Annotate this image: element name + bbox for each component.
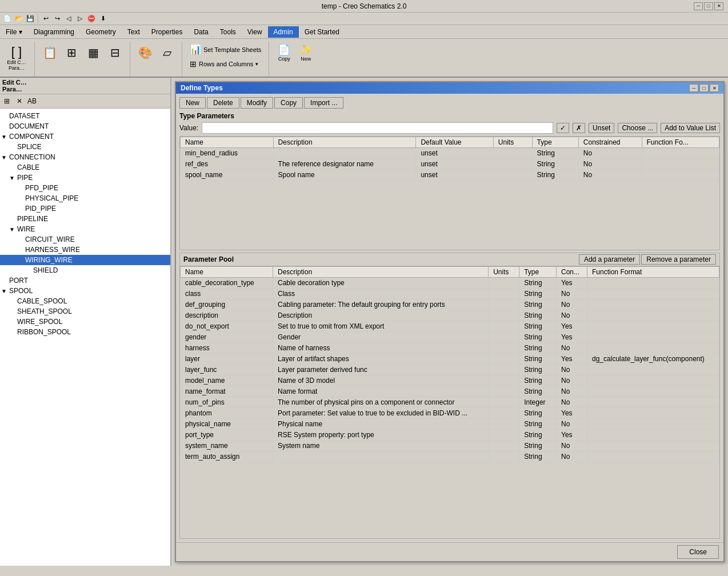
list-item[interactable]: num_of_pins The number of physical pins …: [181, 397, 719, 408]
list-item[interactable]: def_grouping Cabling parameter: The defa…: [181, 299, 719, 310]
tree-item[interactable]: SHIELD: [0, 265, 170, 275]
tree-item[interactable]: PID_PIPE: [0, 203, 170, 214]
tree-item[interactable]: CABLE_SPOOL: [0, 296, 170, 306]
tree-item[interactable]: CABLE: [0, 162, 170, 173]
x-btn[interactable]: ✗: [573, 123, 585, 133]
dialog-body: New Delete Modify Copy Import ... Type P…: [176, 94, 723, 542]
menu-text[interactable]: Text: [122, 26, 146, 38]
menu-file[interactable]: File ▾: [0, 26, 28, 38]
forward-btn[interactable]: ▷: [75, 14, 85, 24]
ribbon-icon-btn-2[interactable]: ⊞: [61, 42, 82, 63]
menu-properties[interactable]: Properties: [146, 26, 189, 38]
list-item[interactable]: port_type RSE System property: port type…: [181, 430, 719, 441]
modify-type-btn[interactable]: Modify: [241, 97, 273, 109]
tree-item[interactable]: ▼SPOOL: [0, 286, 170, 296]
set-template-btn[interactable]: 📊 Set Template Sheets: [187, 42, 264, 57]
stop-btn[interactable]: ⛔: [86, 14, 97, 24]
left-tool-3[interactable]: AB: [26, 95, 38, 107]
save-btn[interactable]: 💾: [25, 14, 35, 24]
tree-item[interactable]: ▼PIPE: [0, 173, 170, 183]
undo-btn[interactable]: ↩: [41, 14, 51, 24]
menu-diagramming[interactable]: Diagramming: [28, 26, 80, 38]
tree-item-label: SPOOL: [9, 287, 33, 295]
main-area: Edit C…Para… ⊞ ✕ AB DATASETDOCUMENT▼COMP…: [0, 78, 728, 566]
list-item[interactable]: system_name System name String No: [181, 441, 719, 451]
unset-btn[interactable]: Unset: [589, 123, 614, 133]
tree-item[interactable]: WIRE_SPOOL: [0, 317, 170, 327]
maximize-btn[interactable]: □: [704, 2, 713, 10]
tree-item[interactable]: PORT: [0, 275, 170, 286]
tree-item[interactable]: DATASET: [0, 111, 170, 121]
menu-admin[interactable]: Admin: [268, 26, 299, 38]
ribbon-copy-btn[interactable]: 📄 Copy: [274, 42, 294, 63]
new-file-btn[interactable]: 📄: [2, 14, 13, 24]
menu-geometry[interactable]: Geometry: [80, 26, 122, 38]
tree-item[interactable]: HARNESS_WIRE: [0, 245, 170, 255]
remove-param-btn[interactable]: Remove a parameter: [641, 254, 716, 265]
list-item[interactable]: phantom Port parameter: Set value to tru…: [181, 408, 719, 419]
tree-item[interactable]: RIBBON_SPOOL: [0, 327, 170, 337]
separator-btn[interactable]: ⬇: [98, 14, 108, 24]
ribbon-icon-btn-1[interactable]: 📋: [39, 42, 60, 63]
list-item[interactable]: harness Name of harness String No: [181, 343, 719, 354]
menu-data[interactable]: Data: [188, 26, 214, 38]
menu-view[interactable]: View: [242, 26, 268, 38]
list-item[interactable]: layer_func Layer parameter derived func …: [181, 365, 719, 375]
tree-item[interactable]: ▼COMPONENT: [0, 131, 170, 142]
list-item[interactable]: class Class String No: [181, 289, 719, 299]
system-toolbar: 📄 📂 💾 ↩ ↪ ◁ ▷ ⛔ ⬇: [0, 13, 728, 25]
dialog-minimize-btn[interactable]: ─: [689, 84, 698, 92]
tree-item[interactable]: SPLICE: [0, 142, 170, 152]
title-bar: temp - Creo Schematics 2.0 ─ □ ✕: [0, 0, 728, 13]
value-input[interactable]: [202, 122, 553, 134]
dialog-maximize-btn[interactable]: □: [699, 84, 709, 92]
list-item[interactable]: gender Gender String Yes: [181, 332, 719, 343]
menu-get-started[interactable]: Get Started: [299, 26, 345, 38]
add-param-btn[interactable]: Add a parameter: [579, 254, 640, 265]
tree-item[interactable]: ▼WIRE: [0, 224, 170, 234]
tree-item[interactable]: PHYSICAL_PIPE: [0, 193, 170, 203]
tree-item[interactable]: SHEATH_SPOOL: [0, 306, 170, 317]
tree-item[interactable]: CIRCUIT_WIRE: [0, 234, 170, 245]
new-type-btn[interactable]: New: [179, 97, 206, 109]
list-item[interactable]: model_name Name of 3D model String No: [181, 375, 719, 386]
left-tool-2[interactable]: ✕: [14, 95, 25, 107]
list-item[interactable]: layer Layer of artifact shapes String Ye…: [181, 354, 719, 365]
ribbon-icon-btn-3[interactable]: ▦: [83, 42, 103, 63]
close-window-btn[interactable]: ✕: [714, 2, 723, 10]
tree-item[interactable]: ▼CONNECTION: [0, 152, 170, 162]
tree-item[interactable]: PFD_PIPE: [0, 183, 170, 193]
import-type-btn[interactable]: Import ...: [304, 97, 343, 109]
table-row[interactable]: spool_name Spool name unset String No: [181, 170, 719, 181]
menu-tools[interactable]: Tools: [214, 26, 242, 38]
table-row[interactable]: min_bend_radius unset String No: [181, 148, 719, 159]
choose-btn[interactable]: Choose ...: [618, 123, 657, 133]
ribbon-color-btn[interactable]: 🎨: [135, 42, 155, 63]
left-tool-1[interactable]: ⊞: [1, 95, 13, 107]
close-dialog-btn[interactable]: Close: [677, 545, 719, 559]
open-file-btn[interactable]: 📂: [14, 14, 24, 24]
list-item[interactable]: physical_name Physical name String No: [181, 419, 719, 430]
delete-type-btn[interactable]: Delete: [207, 97, 239, 109]
list-item[interactable]: name_format Name format String No: [181, 386, 719, 397]
edit-btn[interactable]: [ ] Edit C… Para…: [5, 43, 28, 73]
minimize-btn[interactable]: ─: [694, 2, 703, 10]
list-item[interactable]: cable_decoration_type Cable decoration t…: [181, 278, 719, 289]
table-row[interactable]: ref_des The reference designator name un…: [181, 159, 719, 170]
add-to-list-btn[interactable]: Add to Value List: [661, 123, 720, 133]
ribbon-new-btn[interactable]: ✨ New: [295, 42, 316, 63]
ribbon-icon-btn-4[interactable]: ⊟: [105, 42, 125, 63]
list-item[interactable]: term_auto_assign String No: [181, 451, 719, 462]
tree-item[interactable]: PIPELINE: [0, 214, 170, 224]
list-item[interactable]: description Description String No: [181, 310, 719, 321]
list-item[interactable]: do_not_export Set to true to omit from X…: [181, 321, 719, 332]
copy-type-btn[interactable]: Copy: [274, 97, 303, 109]
tree-item[interactable]: DOCUMENT: [0, 121, 170, 131]
back-btn[interactable]: ◁: [63, 14, 74, 24]
rows-cols-btn[interactable]: ⊞ Rows and Columns ▾: [187, 58, 264, 70]
redo-btn[interactable]: ↪: [52, 14, 62, 24]
tree-item[interactable]: WIRING_WIRE: [0, 255, 170, 265]
ribbon-fill-btn[interactable]: ▱: [157, 42, 177, 63]
check-btn[interactable]: ✓: [557, 123, 569, 133]
dialog-close-btn[interactable]: ✕: [710, 84, 719, 92]
